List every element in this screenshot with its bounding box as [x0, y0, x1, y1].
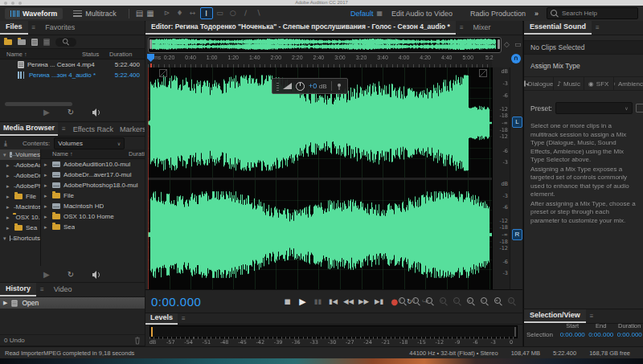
stop-button[interactable]: ■: [282, 297, 293, 305]
skip-to-end-button[interactable]: ▶▮: [374, 297, 384, 305]
play-button[interactable]: ▶: [297, 297, 308, 307]
rewind-button[interactable]: ◀◀: [343, 297, 354, 305]
timeline-ruler[interactable]: hms 0:200:401:001:201:402:002:202:403:00…: [148, 53, 492, 68]
minimap-left-handle[interactable]: [149, 39, 152, 49]
preview-speaker-icon[interactable]: [92, 271, 101, 279]
workspace-edit-audio-to-video[interactable]: Edit Audio to Video: [391, 10, 453, 18]
panel-menu-icon[interactable]: ≡: [62, 125, 66, 133]
new-file-icon[interactable]: [31, 39, 38, 46]
hud-grip-icon[interactable]: [276, 82, 279, 91]
tab-media-browser[interactable]: Media Browser: [0, 122, 58, 136]
trash-icon[interactable]: [134, 337, 141, 345]
file-row[interactable]: Регина ...зон 4_audio *5:22.400: [0, 70, 145, 80]
clip-corner-icon[interactable]: [479, 69, 487, 77]
zoom-amplitude-out-icon[interactable]: −: [453, 297, 461, 305]
tab-selection-view[interactable]: Selection/View: [524, 309, 586, 323]
tree-item[interactable]: ▸OSX 10.10 Home: [0, 212, 40, 223]
zoom-out-time-icon[interactable]: −: [481, 297, 489, 305]
zoom-to-selection-icon[interactable]: ▪: [426, 297, 434, 305]
import-file-icon[interactable]: [18, 39, 26, 45]
tab-mixer[interactable]: Mixer: [468, 22, 497, 34]
media-list-item[interactable]: ▸File: [41, 190, 145, 201]
tab-markers[interactable]: Markers: [117, 124, 145, 135]
waveform-mode-button[interactable]: Waveform: [5, 8, 63, 19]
paintbrush-tool[interactable]: ∕: [240, 7, 252, 18]
preset-dropdown[interactable]: ∨: [555, 102, 633, 114]
panel-menu-icon[interactable]: ≡: [460, 24, 464, 31]
preview-play-icon[interactable]: ▶: [43, 108, 50, 117]
panel-menu-icon[interactable]: ≡: [590, 313, 594, 320]
tab-video[interactable]: Video: [48, 284, 78, 296]
multitrack-mode-button[interactable]: Multitrack: [68, 8, 122, 19]
column-name[interactable]: Name ↑: [0, 51, 82, 58]
gain-value[interactable]: +0: [309, 82, 317, 90]
navigator-icon[interactable]: ∩: [511, 54, 521, 63]
file-row[interactable]: Регина ... Сезон 4.mp45:22.400: [0, 59, 145, 70]
preview-loop-icon[interactable]: ↻: [68, 270, 74, 279]
history-item-open[interactable]: ▶ Open: [0, 297, 145, 309]
mix-type-dialogue-button[interactable]: Dialogue: [524, 77, 554, 90]
overview-minimap[interactable]: [148, 37, 502, 53]
preset-save-icon[interactable]: [636, 104, 643, 112]
zoom-in-at-in-point-icon[interactable]: [: [399, 297, 407, 305]
workspace-overflow-chevron[interactable]: »: [534, 10, 539, 18]
spot-healing-tool[interactable]: ∖: [253, 7, 264, 18]
tree-root-volumes[interactable]: ▾Volumes: [0, 149, 40, 160]
files-search-field[interactable]: [55, 38, 76, 47]
selection-end-value[interactable]: 0:00.000: [587, 331, 616, 338]
move-tool[interactable]: ⊳: [162, 7, 173, 18]
lasso-selection-tool[interactable]: ○: [227, 7, 239, 18]
media-list-item[interactable]: ▸AdobePhotoshop18.0-mul: [41, 180, 145, 190]
column-status[interactable]: Status: [82, 51, 109, 58]
pause-button[interactable]: ▮▮: [313, 297, 323, 305]
slip-tool[interactable]: ↔: [187, 7, 199, 18]
zoom-in-time-icon[interactable]: +: [467, 297, 475, 305]
playhead-marker[interactable]: [147, 54, 154, 62]
tab-editor[interactable]: Editor: Регина Тодоренко "Ноченька" - Сл…: [145, 21, 456, 35]
skip-to-start-button[interactable]: ▮◀: [328, 297, 338, 305]
gain-hud[interactable]: +0 dB: [272, 78, 348, 94]
selection-duration-value[interactable]: 0:00.000: [615, 331, 643, 338]
tree-item[interactable]: ▸AdobeAudition10.0-mul: [0, 160, 40, 170]
mix-type-music-button[interactable]: ♪Music: [554, 77, 584, 90]
selection-start-value[interactable]: 0:00.000: [558, 331, 587, 338]
zoom-out-full-icon[interactable]: ◇: [504, 40, 510, 48]
fast-forward-button[interactable]: ▶▶: [358, 297, 369, 305]
import-icon[interactable]: ⤓: [4, 139, 7, 148]
tree-item[interactable]: ▸Macintosh HD: [0, 202, 40, 212]
waveform-view-icon[interactable]: ▤: [136, 9, 143, 18]
extract-audio-icon[interactable]: [43, 39, 50, 46]
channel-right-button[interactable]: R: [512, 229, 522, 240]
zoom-amplitude-in-icon[interactable]: +: [440, 297, 448, 305]
tab-favorites[interactable]: Favorites: [39, 22, 80, 34]
tab-history[interactable]: History: [0, 283, 36, 297]
tab-files[interactable]: Files: [0, 21, 28, 35]
tree-item[interactable]: ▸AdobeDr...aver17.0-mul: [0, 170, 40, 181]
preview-play-icon[interactable]: ▶: [43, 270, 50, 279]
waveform-display[interactable]: +0 dB: [148, 67, 492, 289]
tree-root-shortcuts[interactable]: ▾Shortcuts: [0, 233, 40, 243]
gain-knob-icon[interactable]: [296, 82, 305, 91]
zoom-reset-icon[interactable]: □: [508, 297, 516, 305]
column-duration[interactable]: Duration: [109, 51, 145, 58]
spectral-view-icon[interactable]: ▦: [146, 9, 154, 18]
media-list-item[interactable]: ▸AdobeAudition10.0-mul: [41, 159, 145, 170]
zoom-out-full-icon[interactable]: =: [494, 297, 502, 305]
workspace-grid-icon[interactable]: ▦: [376, 10, 383, 17]
workspace-default-button[interactable]: Default: [350, 10, 374, 18]
tree-item[interactable]: ▸AdobePhotoshop18.0-mul: [0, 181, 40, 191]
media-list-item[interactable]: ▸AdobeDr...aver17.0-mul: [41, 170, 145, 180]
media-list-item[interactable]: ▸Macintosh HD: [41, 201, 145, 211]
zoom-in-at-out-point-icon[interactable]: ]: [412, 297, 420, 305]
column-duration[interactable]: Duration: [129, 150, 145, 157]
preview-loop-icon[interactable]: ↻: [68, 108, 74, 117]
channel-left-button[interactable]: L: [512, 117, 522, 128]
panel-menu-icon[interactable]: ≡: [40, 286, 44, 293]
marquee-selection-tool[interactable]: ▭: [215, 7, 226, 18]
razor-tool[interactable]: ♦: [174, 7, 186, 18]
panel-menu-icon[interactable]: ≡: [32, 24, 36, 31]
tab-essential-sound[interactable]: Essential Sound: [524, 21, 592, 35]
tab-effects-rack[interactable]: Effects Rack: [70, 124, 117, 135]
time-selection-tool[interactable]: I: [200, 7, 213, 19]
hud-toggle-icon[interactable]: ▭: [514, 40, 522, 48]
